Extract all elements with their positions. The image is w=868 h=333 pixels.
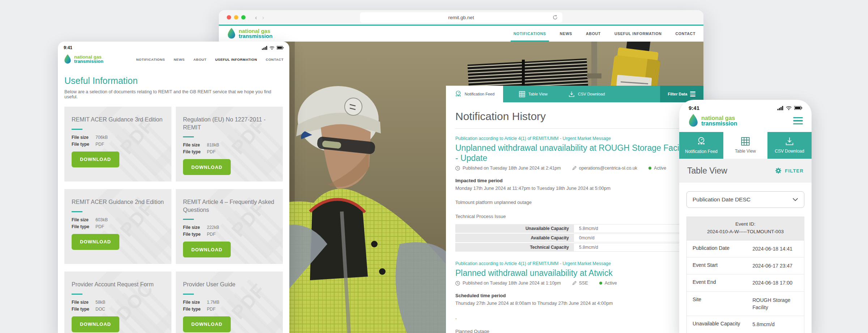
browser-chrome-bar: ‹ › remit.gb.net bbox=[219, 10, 703, 25]
tab-notification-feed[interactable]: Notification Feed bbox=[446, 86, 503, 102]
site-logo[interactable]: national gas transmission bbox=[227, 28, 272, 39]
document-title: Regulation (EU) No 1227-2011 - REMIT bbox=[183, 116, 276, 131]
document-title: Provider User Guide bbox=[183, 281, 276, 289]
notification-title-link[interactable]: Unplanned withdrawal unavailability at R… bbox=[455, 143, 690, 163]
row-value: 2024-06-18 17:00 bbox=[752, 279, 804, 286]
site-logo[interactable]: national gas transmission bbox=[64, 54, 103, 64]
detail-text: Planned Outage bbox=[455, 329, 694, 333]
wifi-icon bbox=[269, 46, 275, 50]
clock-icon bbox=[455, 166, 460, 171]
menu-hamburger-icon[interactable] bbox=[793, 117, 803, 125]
clock-icon bbox=[455, 281, 460, 286]
table-grid-icon bbox=[741, 137, 750, 146]
logo-line2: transmission bbox=[74, 59, 103, 64]
document-card: PDF REMIT ACER Guidance 2nd Edition File… bbox=[64, 189, 171, 264]
nav-useful-information[interactable]: USEFUL INFORMATION bbox=[215, 57, 257, 61]
row-label: Publication Date bbox=[687, 245, 752, 252]
published-text: Published on Tuesday 18th June 2024 at 1… bbox=[463, 281, 561, 286]
address-bar[interactable]: remit.gb.net bbox=[360, 12, 562, 23]
page-title: Notification History bbox=[455, 110, 694, 123]
gear-icon bbox=[775, 167, 782, 174]
row-label: Event End bbox=[687, 279, 752, 286]
wifi-icon bbox=[786, 106, 792, 110]
row-label: Available Capacity bbox=[455, 234, 574, 242]
download-button[interactable]: DOWNLOAD bbox=[183, 316, 231, 332]
notification-kicker: Publication according to Article 4(1) of… bbox=[455, 136, 694, 141]
nav-notifications[interactable]: NOTIFICATIONS bbox=[514, 26, 546, 42]
signal-bars-icon bbox=[777, 106, 783, 110]
document-card: PDF Regulation (EU) No 1227-2011 - REMIT… bbox=[176, 107, 283, 182]
row-label: Event Start bbox=[687, 262, 752, 269]
forward-chevron-icon[interactable]: › bbox=[262, 14, 264, 21]
notification-title-link[interactable]: Planned withdrawal unavailability at Atw… bbox=[455, 268, 690, 278]
file-size-label: File size bbox=[72, 135, 95, 140]
file-type-label: File type bbox=[183, 149, 207, 154]
nav-useful-information[interactable]: USEFUL INFORMATION bbox=[614, 26, 662, 42]
back-chevron-icon[interactable]: ‹ bbox=[255, 14, 257, 21]
download-button[interactable]: DOWNLOAD bbox=[72, 316, 119, 332]
file-size-value: 603kB bbox=[95, 217, 108, 222]
notification-item: Publication according to Article 4(1) of… bbox=[455, 136, 694, 252]
phone-tab-bar: Notification Feed Table View CSV Downloa… bbox=[679, 132, 812, 159]
url-text: remit.gb.net bbox=[448, 15, 474, 20]
filter-button[interactable]: FILTER bbox=[775, 167, 804, 174]
phone-site-header: national gas transmission bbox=[679, 111, 812, 132]
phone-status-bar: 9:41 bbox=[679, 100, 812, 111]
nav-notifications[interactable]: NOTIFICATIONS bbox=[136, 57, 165, 61]
published-text: Published on Tuesday 18th June 2024 at 2… bbox=[463, 166, 561, 171]
row-label: Unavailable Capacity bbox=[687, 321, 752, 328]
panel-tab-bar: Notification Feed Table View CSV Downloa… bbox=[446, 86, 703, 102]
nav-about[interactable]: ABOUT bbox=[586, 26, 601, 42]
sort-select[interactable]: Publication Date DESC bbox=[686, 191, 804, 208]
document-card: PDF REMIT ACER Guidance 3rd Edition File… bbox=[64, 107, 171, 182]
logo-line2: transmission bbox=[701, 121, 737, 126]
file-type-value: PDF bbox=[207, 307, 216, 312]
file-type-label: File type bbox=[183, 307, 207, 312]
download-button[interactable]: DOWNLOAD bbox=[72, 151, 119, 167]
pencil-icon bbox=[572, 166, 576, 170]
document-card: PDF Provider User Guide File size1.7MB F… bbox=[176, 272, 283, 333]
gas-drop-logo-icon bbox=[227, 28, 236, 39]
notification-history-content: Notification History Publication accordi… bbox=[446, 102, 703, 333]
chevron-down-icon bbox=[792, 198, 798, 201]
active-status-dot bbox=[599, 282, 602, 285]
tab-csv-download[interactable]: CSV Download bbox=[767, 132, 812, 159]
nav-contact[interactable]: CONTACT bbox=[676, 26, 695, 42]
nav-contact[interactable]: CONTACT bbox=[266, 57, 284, 61]
minimize-traffic-light-icon[interactable] bbox=[234, 15, 238, 20]
tab-csv-download-label: CSV Download bbox=[578, 92, 605, 96]
document-title: Provider Account Request Form bbox=[72, 281, 164, 289]
download-button[interactable]: DOWNLOAD bbox=[183, 159, 231, 175]
card-accent-rule bbox=[183, 136, 194, 137]
fullscreen-traffic-light-icon[interactable] bbox=[241, 15, 246, 20]
nav-about[interactable]: ABOUT bbox=[193, 57, 207, 61]
reload-icon[interactable] bbox=[552, 14, 558, 21]
page-title: Useful Information bbox=[64, 76, 283, 86]
battery-icon bbox=[794, 106, 802, 110]
file-size-label: File size bbox=[183, 300, 207, 305]
tab-notification-feed[interactable]: Notification Feed bbox=[679, 132, 723, 159]
file-type-value: PDF bbox=[95, 142, 104, 147]
tab-table-view[interactable]: Table View bbox=[723, 132, 767, 159]
file-size-label: File size bbox=[72, 217, 95, 222]
row-value: 5.8mcm/d bbox=[752, 321, 804, 328]
tab-table-view[interactable]: Table View bbox=[519, 91, 548, 97]
nav-news[interactable]: NEWS bbox=[560, 26, 572, 42]
nav-news[interactable]: NEWS bbox=[174, 57, 185, 61]
table-row: Available Capacity 0mcm/d bbox=[455, 234, 694, 242]
row-value: 5.8mcm/d bbox=[574, 243, 694, 252]
close-traffic-light-icon[interactable] bbox=[227, 15, 231, 20]
period-label: Impacted time period bbox=[455, 178, 694, 183]
site-logo[interactable]: national gas transmission bbox=[688, 114, 737, 128]
file-type-value: PDF bbox=[207, 232, 216, 237]
download-button[interactable]: DOWNLOAD bbox=[72, 234, 119, 250]
download-button[interactable]: DOWNLOAD bbox=[183, 242, 231, 257]
detail-text: , bbox=[455, 315, 694, 320]
period-text: Thursday 27th June 2024 at 8:00am to Thu… bbox=[455, 300, 694, 306]
tab-csv-download[interactable]: CSV Download bbox=[569, 91, 605, 97]
file-type-label: File type bbox=[72, 307, 95, 312]
period-text: Monday 17th June 2024 at 11:47pm to Tues… bbox=[455, 185, 694, 191]
signal-bars-icon bbox=[262, 46, 267, 50]
phone-device: 9:41 national gas transm bbox=[679, 100, 812, 333]
file-size-value: 818kB bbox=[207, 142, 219, 148]
